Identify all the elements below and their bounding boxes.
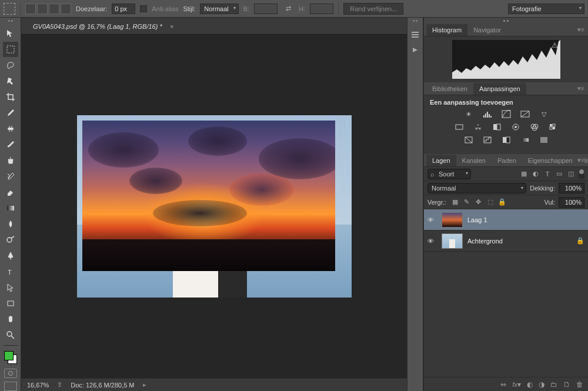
quick-selection-tool[interactable]: [3, 73, 18, 89]
panel-grabber[interactable]: [2, 20, 19, 26]
layer-name[interactable]: Achtergrond: [467, 238, 503, 245]
rectangle-tool[interactable]: [3, 296, 18, 311]
zoom-tool[interactable]: [3, 327, 18, 343]
lock-all-icon[interactable]: 🔒: [498, 198, 506, 206]
channels-tab[interactable]: Kanalen: [456, 155, 492, 166]
canvas-viewport[interactable]: [21, 34, 407, 378]
type-tool[interactable]: T: [3, 264, 18, 279]
panel-menu-icon[interactable]: ▾≡: [577, 156, 584, 164]
panel-menu-icon[interactable]: ▾≡: [577, 85, 584, 92]
filter-smart-icon[interactable]: ◫: [567, 170, 575, 178]
channel-mixer-icon[interactable]: [529, 122, 540, 132]
layer-filter-kind-dropdown[interactable]: Soort: [427, 169, 471, 179]
posterize-icon[interactable]: [482, 135, 493, 145]
layer-fx-icon[interactable]: fx▾: [512, 380, 521, 389]
document-tab[interactable]: GV0A5043.psd @ 16,7% (Laag 1, RGB/16) * …: [26, 19, 181, 34]
visibility-toggle-icon[interactable]: 👁: [427, 238, 437, 245]
clone-stamp-tool[interactable]: [3, 153, 18, 168]
new-adjustment-layer-icon[interactable]: ◑: [539, 380, 544, 389]
dodge-tool[interactable]: [3, 232, 18, 248]
delete-layer-icon[interactable]: 🗑: [576, 380, 583, 389]
histogram-tab[interactable]: Histogram: [426, 24, 467, 36]
current-tool-indicator[interactable]: [4, 3, 15, 15]
style-dropdown[interactable]: Normaal: [200, 4, 239, 14]
close-tab-icon[interactable]: ×: [170, 23, 173, 30]
link-layers-icon[interactable]: ⇔: [500, 380, 506, 389]
libraries-tab[interactable]: Bibliotheken: [426, 83, 473, 95]
filter-pixel-icon[interactable]: ▦: [520, 170, 528, 178]
pen-tool[interactable]: [3, 248, 18, 263]
move-tool[interactable]: [3, 26, 18, 41]
filter-adjustment-icon[interactable]: ◐: [532, 170, 540, 178]
color-lookup-icon[interactable]: [548, 122, 559, 132]
panel-grabber[interactable]: [424, 18, 588, 24]
layer-row[interactable]: 👁 Laag 1: [424, 209, 588, 230]
opacity-input[interactable]: [559, 183, 584, 193]
histogram-chart[interactable]: ⚠: [452, 40, 560, 79]
eyedropper-tool[interactable]: [3, 105, 18, 121]
workspace-dropdown[interactable]: Fotografie: [508, 4, 584, 14]
selection-subtract-icon[interactable]: [49, 4, 59, 14]
layer-filter-toggle[interactable]: [579, 169, 584, 179]
history-brush-tool[interactable]: [3, 169, 18, 184]
fill-input[interactable]: [559, 197, 584, 208]
threshold-icon[interactable]: [501, 135, 512, 145]
spot-healing-tool[interactable]: [3, 121, 18, 136]
refine-edge-button[interactable]: Rand verfijnen...: [343, 3, 403, 15]
selection-new-icon[interactable]: [25, 4, 36, 14]
exposure-icon[interactable]: [520, 109, 530, 119]
doc-info-chevron-icon[interactable]: ▸: [143, 381, 146, 389]
adjustments-tab[interactable]: Aanpassingen: [473, 83, 526, 95]
paths-tab[interactable]: Paden: [492, 155, 522, 166]
add-mask-icon[interactable]: ◐: [527, 380, 533, 389]
layers-tab[interactable]: Lagen: [426, 155, 456, 166]
screen-mode-toggle[interactable]: [4, 382, 17, 391]
gradient-tool[interactable]: [3, 200, 18, 216]
new-layer-icon[interactable]: 🗋: [563, 380, 570, 389]
layer-thumbnail[interactable]: [442, 212, 463, 228]
filter-type-icon[interactable]: T: [543, 170, 552, 178]
histogram-warning-icon[interactable]: ⚠: [552, 41, 558, 49]
vibrance-icon[interactable]: ▽: [539, 109, 549, 119]
document-canvas[interactable]: [77, 115, 352, 298]
lock-pixels-icon[interactable]: ✎: [463, 198, 471, 206]
navigator-tab[interactable]: Navigator: [467, 24, 507, 36]
curves-icon[interactable]: [501, 109, 512, 119]
selection-add-icon[interactable]: [37, 4, 48, 14]
invert-icon[interactable]: [463, 135, 474, 145]
doc-info[interactable]: Doc: 126,6 M/280,5 M: [71, 382, 134, 389]
crop-tool[interactable]: [3, 89, 18, 105]
layer-name[interactable]: Laag 1: [467, 216, 487, 223]
brush-tool[interactable]: [3, 137, 18, 152]
selective-color-icon[interactable]: [539, 135, 549, 145]
black-white-icon[interactable]: [492, 122, 502, 132]
layer-thumbnail[interactable]: [442, 233, 463, 249]
levels-icon[interactable]: [482, 109, 493, 119]
properties-tab[interactable]: Eigenschappen: [522, 155, 579, 166]
history-panel-icon[interactable]: [409, 29, 421, 40]
actions-panel-icon[interactable]: [409, 45, 421, 55]
new-group-icon[interactable]: 🗀: [550, 380, 557, 389]
filter-shape-icon[interactable]: ▭: [555, 170, 563, 178]
lasso-tool[interactable]: [3, 58, 18, 73]
brightness-contrast-icon[interactable]: ☀: [463, 109, 474, 119]
layer-row[interactable]: 👁 Achtergrond 🔒: [424, 230, 588, 252]
path-selection-tool[interactable]: [3, 280, 18, 295]
photo-filter-icon[interactable]: [510, 122, 521, 132]
hue-saturation-icon[interactable]: [454, 122, 465, 132]
share-icon[interactable]: ⇪: [57, 381, 62, 389]
quick-mask-toggle[interactable]: [4, 369, 17, 378]
color-swatches[interactable]: [3, 350, 18, 365]
foreground-color-swatch[interactable]: [4, 351, 14, 360]
panel-menu-icon[interactable]: ▾≡: [577, 26, 584, 34]
eraser-tool[interactable]: [3, 185, 18, 200]
visibility-toggle-icon[interactable]: 👁: [427, 216, 437, 223]
panel-grabber[interactable]: [409, 20, 421, 25]
lock-transparency-icon[interactable]: ▦: [451, 198, 459, 206]
zoom-level[interactable]: 16,67%: [27, 382, 49, 389]
marquee-tool[interactable]: [3, 42, 18, 57]
blend-mode-dropdown[interactable]: Normaal: [427, 183, 526, 193]
lock-artboard-icon[interactable]: ⬚: [486, 198, 495, 206]
selection-intersect-icon[interactable]: [61, 4, 71, 14]
feather-input[interactable]: [112, 4, 135, 14]
